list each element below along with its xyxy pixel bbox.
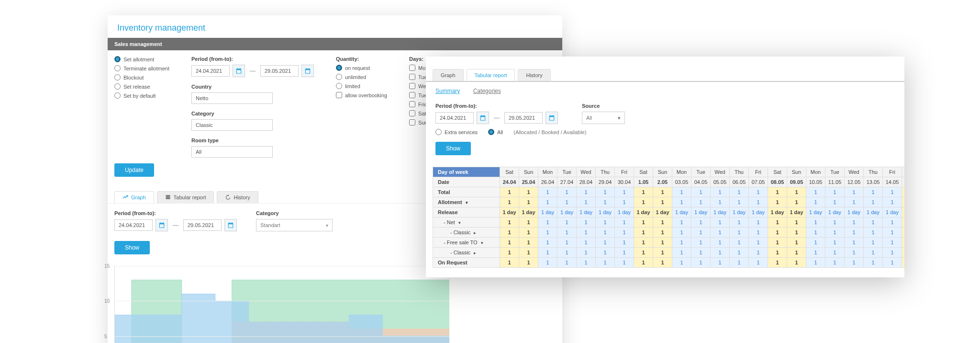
calendar-icon[interactable] — [546, 112, 558, 124]
roomtype-input[interactable] — [191, 146, 273, 158]
graph-period-from[interactable] — [114, 219, 153, 231]
tab-history[interactable]: History — [518, 69, 550, 81]
calendar-icon[interactable] — [301, 65, 314, 77]
quantity-label: Quantity: — [336, 56, 387, 62]
graph-show-button[interactable]: Show — [114, 241, 150, 254]
calendar-icon[interactable] — [233, 65, 245, 77]
period-col: Period (from-to): — Country Category Roo… — [191, 56, 314, 158]
tab-tabular[interactable]: Tabular report — [157, 191, 214, 203]
update-button[interactable]: Update — [114, 163, 154, 177]
tab-graph[interactable]: Graph — [114, 191, 154, 203]
quantity-option[interactable]: on request — [336, 65, 387, 71]
tab-graph[interactable]: Graph — [433, 69, 464, 81]
page-title: Inventory management — [108, 15, 562, 38]
action-radio[interactable]: Set release — [114, 83, 169, 90]
days-label: Days: — [409, 56, 423, 62]
graph-category-select[interactable]: Standart ▾ — [256, 219, 333, 231]
graph-period-to[interactable] — [183, 219, 222, 231]
action-radio[interactable]: Blockout — [114, 74, 169, 80]
roomtype-label: Room type — [191, 137, 314, 143]
period-range: — — [191, 65, 314, 77]
scope-row: Extra services All (Allocated / Booked /… — [426, 129, 904, 142]
report-show-button[interactable]: Show — [435, 142, 471, 155]
report-filters: Period (from-to): — Source All ▾ — [426, 96, 904, 129]
period-from[interactable] — [191, 65, 230, 77]
country-label: Country — [191, 84, 314, 90]
action-radio[interactable]: Set allotment — [114, 56, 169, 62]
quantity-option[interactable]: unlimited — [336, 74, 387, 80]
report-period-from[interactable] — [435, 112, 474, 124]
calendar-icon[interactable] — [156, 219, 168, 231]
category-label: Category — [191, 111, 314, 116]
scope-extra[interactable]: Extra services — [435, 129, 478, 135]
source-select[interactable]: All ▾ — [582, 112, 625, 124]
action-radio[interactable]: Set by default — [114, 92, 169, 99]
quantity-col: Quantity: on requestunlimitedlimitedallo… — [336, 56, 387, 158]
report-period-to[interactable] — [504, 112, 543, 124]
sub-summary[interactable]: Summary — [435, 88, 460, 94]
quantity-option[interactable]: limited — [336, 83, 387, 89]
period-to[interactable] — [260, 65, 299, 77]
country-input[interactable] — [191, 92, 273, 104]
report-table-scroll[interactable]: Day of weekSatSunMonTueWedThuFriSatSunMo… — [426, 163, 904, 277]
report-panel: Graph Tabular report History Summary Cat… — [426, 57, 904, 277]
tab-history[interactable]: History — [217, 191, 258, 203]
period-label: Period (from-to): — [191, 56, 314, 62]
sub-tabs: Summary Categories — [426, 82, 904, 96]
section-bar: Sales management — [108, 38, 562, 50]
action-radios: Set allotmentTerminate allotmentBlockout… — [114, 56, 169, 158]
category-input[interactable] — [191, 119, 273, 131]
calendar-icon[interactable] — [477, 112, 489, 124]
scope-all[interactable]: All — [488, 129, 503, 135]
quantity-option[interactable]: allow overbooking — [336, 92, 387, 98]
report-table: Day of weekSatSunMonTueWedThuFriSatSunMo… — [433, 167, 904, 268]
right-tabs: Graph Tabular report History — [426, 63, 904, 82]
action-radio[interactable]: Terminate allotment — [114, 65, 169, 71]
chevron-down-icon: ▾ — [618, 115, 621, 121]
chevron-down-icon: ▾ — [326, 223, 328, 228]
calendar-icon[interactable] — [224, 219, 237, 231]
tab-tabular[interactable]: Tabular report — [467, 69, 515, 81]
sub-categories[interactable]: Categories — [473, 88, 501, 94]
